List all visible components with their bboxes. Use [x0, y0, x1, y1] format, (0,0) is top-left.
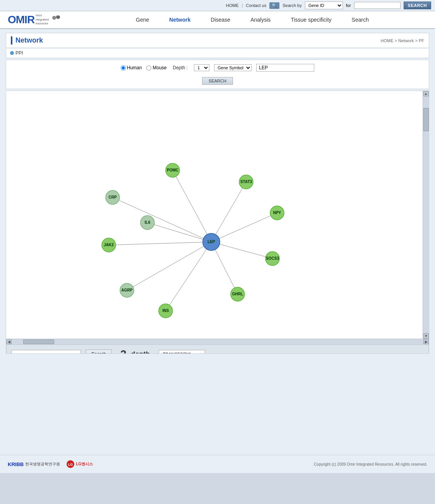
human-radio-label[interactable]: Human — [121, 65, 142, 70]
top-search-button[interactable]: SEARCH — [404, 2, 431, 9]
node-ghrl[interactable] — [231, 287, 245, 301]
logo-text: OMIR — [8, 14, 34, 26]
depth-word: depth — [131, 350, 150, 354]
ppi-tab[interactable]: PPI — [10, 50, 23, 56]
logo-sub2: ntegrated — [36, 18, 49, 22]
depth-select[interactable]: 1 2 3 — [194, 64, 209, 71]
edge-lep-agrp — [127, 242, 211, 290]
hscrollbar-thumb[interactable] — [23, 339, 54, 344]
node-agrp[interactable] — [120, 283, 134, 297]
edge-lep-jak2 — [109, 242, 211, 245]
node-pomc[interactable] — [166, 163, 180, 177]
node-jak2[interactable] — [102, 238, 116, 252]
node-il6[interactable] — [140, 216, 154, 230]
human-label: Human — [127, 65, 142, 70]
gene-symbol-select[interactable]: Gene Symbol Gene ID — [214, 64, 252, 71]
lg-circle-icon: LG — [66, 460, 75, 468]
edge-lep-il6 — [147, 223, 211, 242]
ppi-search-button[interactable]: SEARCH — [202, 77, 233, 85]
ppi-label: PPI — [15, 50, 23, 56]
ppi-tab-bar: PPI — [6, 49, 429, 58]
logo-sub1: mics — [36, 14, 49, 17]
main-nav: Gene Network Disease Analysis Tissue spe… — [77, 15, 427, 24]
bottom-search-button[interactable]: Search — [86, 350, 112, 354]
nav-gene[interactable]: Gene — [134, 15, 151, 24]
lg-logo: LG LG엔시스 — [66, 460, 93, 468]
separator: | — [242, 3, 243, 8]
network-graph-svg: LEP POMC STAT3 CRP NPY IL6 JA — [6, 91, 429, 339]
network-graph-wrapper: ▲ ▼ LEP — [6, 91, 429, 354]
node-ins[interactable] — [159, 304, 173, 318]
nav-analysis[interactable]: Analysis — [248, 15, 273, 24]
node-crp[interactable] — [106, 190, 120, 204]
breadcrumb: HOME > Network > PF — [381, 38, 424, 43]
footer-copyright: Copyright (c) 2009 Omir Integrated Resou… — [314, 462, 427, 466]
search-controls: Human Mouse Depth : 1 2 3 Gene Symbol Ge… — [6, 60, 429, 89]
home-link[interactable]: HOME — [226, 3, 239, 8]
logo-sub3: esources — [36, 22, 49, 26]
depth-label: Depth : — [173, 65, 188, 70]
search-by-label: Search by — [283, 3, 302, 8]
vertical-scrollbar[interactable]: ▲ ▼ — [423, 91, 429, 339]
node-socs3[interactable] — [265, 252, 279, 266]
node-stat3[interactable] — [239, 175, 253, 189]
scrollbar-thumb[interactable] — [423, 108, 429, 131]
footer-logos: KRIBB 한국생명공학연구원 LG LG엔시스 — [8, 460, 93, 468]
node-lep[interactable] — [203, 233, 220, 250]
nav-network[interactable]: Network — [167, 15, 193, 24]
top-search-input[interactable] — [354, 2, 401, 9]
edge-lep-pomc — [173, 170, 211, 242]
ppi-dot — [10, 51, 14, 55]
network-graph: ▲ ▼ LEP — [6, 91, 429, 339]
kribb-logo: KRIBB 한국생명공학연구원 — [8, 461, 60, 467]
organism-radio-group: Human Mouse Depth : 1 2 3 Gene Symbol Ge… — [121, 64, 314, 72]
nav-tissue[interactable]: Tissue specificity — [288, 15, 334, 24]
scroll-right-arrow[interactable]: ▶ — [423, 339, 429, 344]
mouse-label: Mouse — [152, 65, 166, 70]
for-label: for — [346, 3, 351, 8]
edge-lep-crp — [113, 197, 211, 242]
bottom-toolbar: Search 2 depth TRANSFORMI... NONE LOG2 L… — [6, 344, 429, 354]
page-title: Network — [11, 36, 43, 45]
lg-label: LG엔시스 — [76, 461, 93, 467]
contact-link[interactable]: Contact us — [246, 3, 267, 8]
top-bar: HOME | Contact us 🔍 Search by Gene ID Ge… — [0, 0, 435, 11]
logo-dots — [51, 15, 60, 24]
top-search-select[interactable]: Gene ID Gene Symbol Protein Name — [305, 2, 343, 9]
svg-point-0 — [52, 16, 56, 20]
logo-area: OMIR mics ntegrated esources — [8, 14, 77, 26]
edge-lep-socs3 — [211, 242, 272, 259]
nav-disease[interactable]: Disease — [209, 15, 233, 24]
scroll-left-arrow[interactable]: ◀ — [6, 339, 12, 344]
edge-lep-stat3 — [211, 182, 246, 242]
bottom-search-input[interactable] — [11, 350, 81, 354]
human-radio[interactable] — [121, 65, 126, 70]
node-npy[interactable] — [270, 206, 284, 220]
edge-lep-npy — [211, 213, 277, 242]
mouse-radio[interactable] — [146, 65, 151, 70]
nav-search[interactable]: Search — [349, 15, 371, 24]
svg-point-1 — [56, 15, 60, 19]
header: OMIR mics ntegrated esources Gene Networ… — [0, 11, 435, 29]
kribb-label: 한국생명공학연구원 — [25, 461, 60, 467]
gene-search-input[interactable] — [256, 64, 314, 72]
network-header-bar: Network HOME > Network > PF — [6, 33, 429, 48]
content-wrapper: Network HOME > Network > PF PPI Human Mo… — [0, 29, 435, 455]
footer: KRIBB 한국생명공학연구원 LG LG엔시스 Copyright (c) 2… — [0, 455, 435, 473]
search-by-icon: 🔍 — [269, 2, 279, 9]
svg-text:LG: LG — [68, 463, 73, 466]
transform-select[interactable]: TRANSFORMI... NONE LOG2 LOG10 — [159, 350, 205, 354]
mouse-radio-label[interactable]: Mouse — [146, 65, 166, 70]
depth-number: 2 — [120, 348, 127, 354]
horizontal-scrollbar[interactable]: ◀ ▶ — [6, 339, 429, 344]
edge-lep-ins — [166, 242, 211, 311]
